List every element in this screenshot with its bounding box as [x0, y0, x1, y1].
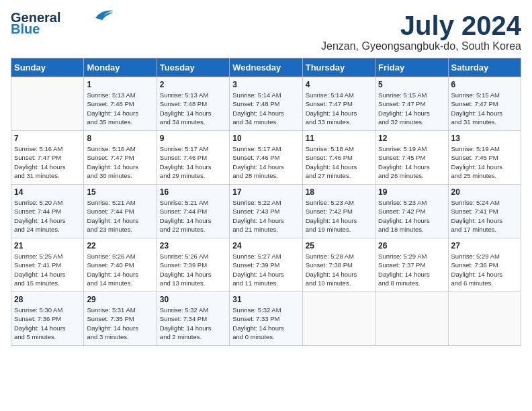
title-block: July 2024 Jenzan, Gyeongsangbuk-do, Sout… [321, 11, 521, 52]
day-info: Sunrise: 5:17 AM Sunset: 7:46 PM Dayligh… [232, 144, 299, 180]
logo-blue: Blue [11, 21, 40, 37]
calendar-week-row: 14Sunrise: 5:20 AM Sunset: 7:44 PM Dayli… [11, 185, 521, 238]
day-info: Sunrise: 5:32 AM Sunset: 7:33 PM Dayligh… [232, 306, 299, 341]
calendar-cell: 5Sunrise: 5:15 AM Sunset: 7:47 PM Daylig… [375, 77, 448, 131]
day-info: Sunrise: 5:15 AM Sunset: 7:47 PM Dayligh… [451, 91, 518, 126]
day-info: Sunrise: 5:14 AM Sunset: 7:47 PM Dayligh… [306, 91, 372, 126]
day-info: Sunrise: 5:13 AM Sunset: 7:48 PM Dayligh… [160, 91, 226, 126]
calendar-cell: 8Sunrise: 5:16 AM Sunset: 7:47 PM Daylig… [84, 131, 157, 185]
calendar-cell: 10Sunrise: 5:17 AM Sunset: 7:46 PM Dayli… [230, 131, 302, 185]
col-header-wednesday: Wednesday [230, 58, 302, 77]
calendar-cell: 25Sunrise: 5:28 AM Sunset: 7:38 PM Dayli… [302, 238, 375, 292]
calendar-table: SundayMondayTuesdayWednesdayThursdayFrid… [11, 58, 521, 346]
calendar-cell: 21Sunrise: 5:25 AM Sunset: 7:41 PM Dayli… [11, 238, 84, 292]
calendar-cell: 16Sunrise: 5:21 AM Sunset: 7:44 PM Dayli… [157, 185, 229, 238]
day-number: 1 [87, 80, 153, 89]
calendar-cell: 23Sunrise: 5:26 AM Sunset: 7:39 PM Dayli… [157, 238, 229, 292]
calendar-cell: 7Sunrise: 5:16 AM Sunset: 7:47 PM Daylig… [11, 131, 84, 185]
day-info: Sunrise: 5:24 AM Sunset: 7:41 PM Dayligh… [451, 198, 518, 234]
day-info: Sunrise: 5:26 AM Sunset: 7:39 PM Dayligh… [160, 252, 226, 287]
day-number: 14 [14, 187, 81, 197]
day-number: 23 [160, 241, 226, 250]
calendar-cell: 13Sunrise: 5:19 AM Sunset: 7:45 PM Dayli… [448, 131, 521, 185]
day-number: 6 [451, 80, 518, 89]
day-info: Sunrise: 5:25 AM Sunset: 7:41 PM Dayligh… [14, 252, 81, 287]
calendar-subtitle: Jenzan, Gyeongsangbuk-do, South Korea [321, 40, 521, 52]
col-header-thursday: Thursday [302, 58, 375, 77]
day-number: 27 [451, 241, 518, 250]
day-info: Sunrise: 5:31 AM Sunset: 7:35 PM Dayligh… [87, 306, 153, 341]
calendar-cell: 11Sunrise: 5:18 AM Sunset: 7:46 PM Dayli… [302, 131, 375, 185]
day-number: 3 [232, 80, 299, 89]
day-info: Sunrise: 5:19 AM Sunset: 7:45 PM Dayligh… [451, 144, 518, 180]
calendar-cell: 4Sunrise: 5:14 AM Sunset: 7:47 PM Daylig… [302, 77, 375, 131]
col-header-friday: Friday [375, 58, 448, 77]
day-info: Sunrise: 5:16 AM Sunset: 7:47 PM Dayligh… [14, 144, 81, 180]
calendar-cell [302, 292, 375, 346]
day-info: Sunrise: 5:28 AM Sunset: 7:38 PM Dayligh… [306, 252, 372, 287]
day-number: 8 [87, 134, 153, 143]
day-info: Sunrise: 5:19 AM Sunset: 7:45 PM Dayligh… [378, 144, 445, 180]
col-header-saturday: Saturday [448, 58, 521, 77]
day-info: Sunrise: 5:26 AM Sunset: 7:40 PM Dayligh… [87, 252, 153, 287]
day-number: 15 [87, 187, 153, 197]
day-info: Sunrise: 5:14 AM Sunset: 7:48 PM Dayligh… [232, 91, 299, 126]
day-info: Sunrise: 5:21 AM Sunset: 7:44 PM Dayligh… [87, 198, 153, 234]
calendar-week-row: 28Sunrise: 5:30 AM Sunset: 7:36 PM Dayli… [11, 292, 521, 346]
calendar-cell [375, 292, 448, 346]
calendar-cell: 14Sunrise: 5:20 AM Sunset: 7:44 PM Dayli… [11, 185, 84, 238]
day-number: 5 [378, 80, 445, 89]
calendar-cell: 6Sunrise: 5:15 AM Sunset: 7:47 PM Daylig… [448, 77, 521, 131]
day-number: 31 [232, 295, 299, 304]
day-info: Sunrise: 5:17 AM Sunset: 7:46 PM Dayligh… [160, 144, 226, 180]
day-info: Sunrise: 5:23 AM Sunset: 7:42 PM Dayligh… [306, 198, 372, 234]
day-info: Sunrise: 5:29 AM Sunset: 7:36 PM Dayligh… [451, 252, 518, 287]
calendar-cell: 3Sunrise: 5:14 AM Sunset: 7:48 PM Daylig… [230, 77, 302, 131]
calendar-body: 1Sunrise: 5:13 AM Sunset: 7:48 PM Daylig… [11, 77, 521, 346]
day-number: 29 [87, 295, 153, 304]
calendar-header-row: SundayMondayTuesdayWednesdayThursdayFrid… [11, 58, 521, 77]
calendar-cell: 28Sunrise: 5:30 AM Sunset: 7:36 PM Dayli… [11, 292, 84, 346]
calendar-cell: 15Sunrise: 5:21 AM Sunset: 7:44 PM Dayli… [84, 185, 157, 238]
calendar-cell: 31Sunrise: 5:32 AM Sunset: 7:33 PM Dayli… [230, 292, 302, 346]
day-number: 19 [378, 187, 445, 197]
day-number: 10 [232, 134, 299, 143]
calendar-cell: 1Sunrise: 5:13 AM Sunset: 7:48 PM Daylig… [84, 77, 157, 131]
day-number: 24 [232, 241, 299, 250]
logo: General Blue [11, 11, 114, 37]
day-number: 18 [306, 187, 372, 197]
col-header-tuesday: Tuesday [157, 58, 229, 77]
day-number: 25 [306, 241, 372, 250]
day-number: 26 [378, 241, 445, 250]
day-number: 12 [378, 134, 445, 143]
day-info: Sunrise: 5:23 AM Sunset: 7:42 PM Dayligh… [378, 198, 445, 234]
calendar-cell: 27Sunrise: 5:29 AM Sunset: 7:36 PM Dayli… [448, 238, 521, 292]
day-number: 22 [87, 241, 153, 250]
calendar-cell: 22Sunrise: 5:26 AM Sunset: 7:40 PM Dayli… [84, 238, 157, 292]
calendar-cell: 17Sunrise: 5:22 AM Sunset: 7:43 PM Dayli… [230, 185, 302, 238]
calendar-cell: 30Sunrise: 5:32 AM Sunset: 7:34 PM Dayli… [157, 292, 229, 346]
day-number: 13 [451, 134, 518, 143]
day-number: 9 [160, 134, 226, 143]
day-info: Sunrise: 5:15 AM Sunset: 7:47 PM Dayligh… [378, 91, 445, 126]
day-number: 4 [306, 80, 372, 89]
calendar-cell: 9Sunrise: 5:17 AM Sunset: 7:46 PM Daylig… [157, 131, 229, 185]
logo-bird-icon [93, 8, 114, 21]
day-info: Sunrise: 5:30 AM Sunset: 7:36 PM Dayligh… [14, 306, 81, 341]
day-info: Sunrise: 5:20 AM Sunset: 7:44 PM Dayligh… [14, 198, 81, 234]
day-number: 20 [451, 187, 518, 197]
day-number: 7 [14, 134, 81, 143]
calendar-title: July 2024 [321, 11, 521, 40]
day-number: 21 [14, 241, 81, 250]
calendar-cell [11, 77, 84, 131]
calendar-week-row: 7Sunrise: 5:16 AM Sunset: 7:47 PM Daylig… [11, 131, 521, 185]
day-info: Sunrise: 5:16 AM Sunset: 7:47 PM Dayligh… [87, 144, 153, 180]
day-number: 16 [160, 187, 226, 197]
day-info: Sunrise: 5:13 AM Sunset: 7:48 PM Dayligh… [87, 91, 153, 126]
calendar-cell: 12Sunrise: 5:19 AM Sunset: 7:45 PM Dayli… [375, 131, 448, 185]
calendar-week-row: 21Sunrise: 5:25 AM Sunset: 7:41 PM Dayli… [11, 238, 521, 292]
day-number: 30 [160, 295, 226, 304]
calendar-cell: 18Sunrise: 5:23 AM Sunset: 7:42 PM Dayli… [302, 185, 375, 238]
day-number: 28 [14, 295, 81, 304]
col-header-sunday: Sunday [11, 58, 84, 77]
